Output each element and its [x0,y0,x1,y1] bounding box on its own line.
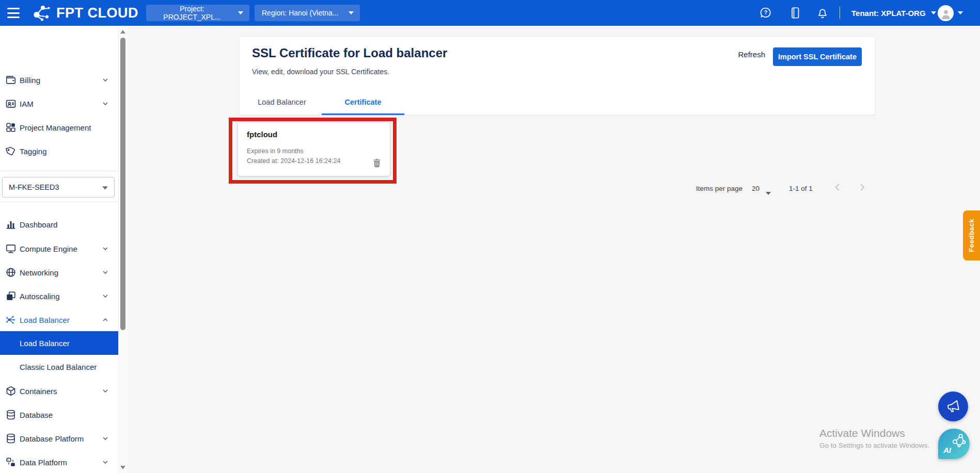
refresh-button[interactable]: Refresh [738,50,765,59]
sidebar-item-database[interactable]: Database [0,403,118,427]
load-balancer-hub-icon [5,314,17,325]
sidebar-item-label: IAM [20,100,34,108]
sidebar-item-label: Load Balancer [20,339,70,348]
annotation-red-box [229,118,397,184]
sidebar-item-label: Billing [20,76,40,85]
database-icon [5,409,17,420]
chevron-left-icon [832,182,843,193]
box-icon [5,385,17,397]
docs-button[interactable] [788,6,802,20]
topbar-divider [840,7,840,19]
previous-page-button[interactable] [830,181,845,195]
tenant-dropdown[interactable]: Tenant: XPLAT-ORG [851,0,936,26]
pagination-range-label: 1-1 of 1 [789,185,813,192]
sidebar-item-label: Compute Engine [20,244,77,253]
megaphone-icon [945,399,961,414]
sidebar-item-dashboard[interactable]: Dashboard [0,213,118,236]
user-icon [940,8,952,20]
region-dropdown[interactable]: Region: Hanoi (Vietna... [255,5,360,21]
sidebar-item-load-balancer[interactable]: Load Balancer [0,308,118,332]
project-dropdown-label: Project: PROJECT_XPL... [153,5,231,21]
sidebar-divider [0,202,118,202]
activate-windows-watermark: Activate Windows [819,427,905,439]
feedback-tab[interactable]: Feedback [963,210,980,260]
project-dropdown[interactable]: Project: PROJECT_XPL... [146,5,249,21]
announcements-button[interactable] [938,392,968,421]
fpt-ai-chat-button[interactable]: AI [938,429,970,459]
ssl-certificate-panel: SSL Certificate for Load balancer View, … [239,36,875,115]
caret-down-icon [349,11,354,14]
activate-windows-subtext: Go to Settings to activate Windows. [819,442,929,449]
sidebar-item-compute-engine[interactable]: Compute Engine [0,237,118,260]
page-size-caret-icon[interactable] [766,188,771,197]
sidebar-item-database-platform[interactable]: Database Platform [0,427,118,450]
sidebar-item-label: Autoscaling [20,292,60,301]
bar-chart-icon [5,219,17,230]
caret-down-icon [958,11,963,14]
items-per-page-label: Items per page [696,185,742,192]
sidebar-item-label: Networking [20,268,58,277]
wallet-icon [5,74,17,86]
region-dropdown-label: Region: Hanoi (Vietna... [262,9,338,17]
sidebar-item-containers[interactable]: Containers [0,379,118,403]
bell-icon [816,6,829,20]
sidebar-subitem-load-balancer[interactable]: Load Balancer [0,331,118,355]
monitor-icon [5,243,17,254]
top-navbar: FPT CLOUD Project: PROJECT_XPL... Region… [0,0,980,26]
sidebar-item-tagging[interactable]: Tagging [0,139,118,163]
sidebar-subitem-classic-load-balancer[interactable]: Classic Load Balancer [0,355,118,379]
sidebar-item-project-management[interactable]: Project Management [0,116,118,139]
scrollbar-up-arrow[interactable] [120,30,125,34]
sidebar-item-autoscaling[interactable]: Autoscaling [0,284,118,308]
import-ssl-certificate-button[interactable]: Import SSL Certificate [773,47,862,66]
logo-text: FPT CLOUD [56,5,138,21]
tab-certificate[interactable]: Certificate [322,90,404,115]
chevron-down-icon [101,244,109,253]
page-subtitle: View, edit, download your SSL Certificat… [252,68,389,76]
user-menu[interactable] [938,0,963,26]
chevron-down-icon [101,434,109,443]
sidebar-item-data-platform[interactable]: Data Platform [0,450,118,473]
tag-icon [5,145,17,157]
caret-down-icon [931,11,936,14]
chevron-up-icon [101,316,109,324]
tenant-label: Tenant: XPLAT-ORG [851,9,926,18]
ai-bubble-label: AI [943,446,951,454]
app-window: FPT CLOUD Project: PROJECT_XPL... Region… [0,0,980,473]
sidebar-item-label: Classic Load Balancer [20,363,97,371]
page-title: SSL Certificate for Load balancer [252,46,447,60]
cluster-select-value: M-FKE-SEED3 [9,183,59,191]
fpt-cloud-logo[interactable]: FPT CLOUD [31,3,138,23]
sidebar-item-label: Containers [20,387,57,396]
layers-icon [5,290,17,302]
sidebar-divider [0,171,118,171]
sidebar-item-label: Database [20,411,53,419]
help-chat-icon: ? [759,6,772,20]
support-chat-button[interactable]: ? [759,6,772,20]
sidebar-item-label: Dashboard [20,220,57,229]
sidebar-item-iam[interactable]: IAM [0,92,118,116]
hamburger-menu-icon[interactable] [6,7,21,19]
scrollbar-down-arrow[interactable] [120,466,125,469]
cluster-select[interactable]: M-FKE-SEED3 [2,177,115,198]
sidebar-scrollbar-thumb[interactable] [120,38,125,330]
document-icon [788,6,802,20]
tab-bar: Load Balancer Certificate [240,90,875,115]
data-nodes-icon [5,456,17,468]
caret-down-icon [238,11,243,14]
tab-load-balancer[interactable]: Load Balancer [242,90,322,115]
id-card-icon [5,98,17,109]
feedback-label: Feedback [968,219,975,252]
sidebar-item-billing[interactable]: Billing [0,68,118,92]
chevron-down-icon [101,292,109,300]
sidebar-item-label: Tagging [20,147,47,156]
avatar [938,5,954,21]
sidebar-item-networking[interactable]: Networking [0,260,118,284]
chevron-right-icon [857,182,868,193]
sidebar-item-label: Database Platform [20,434,84,443]
next-page-button[interactable] [855,181,870,195]
sidebar-item-label: Data Platform [20,458,67,467]
page-size-value[interactable]: 20 [752,185,760,192]
notifications-button[interactable] [816,6,829,20]
fpt-molecule-icon [31,3,53,23]
